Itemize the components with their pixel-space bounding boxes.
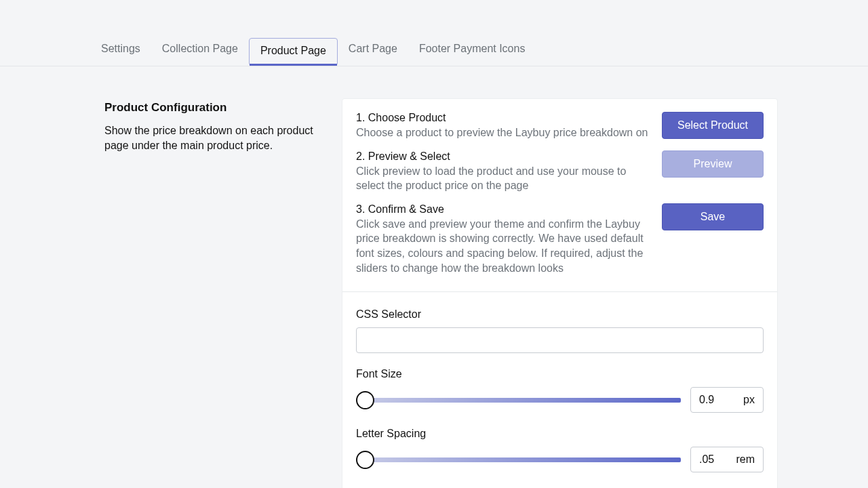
slider-thumb[interactable] (356, 391, 374, 409)
tabs-bar: Settings Collection Page Product Page Ca… (0, 0, 868, 66)
save-button[interactable]: Save (662, 203, 764, 230)
letter-spacing-unit: rem (736, 453, 755, 466)
font-size-label: Font Size (356, 368, 764, 380)
step-preview-select: 2. Preview & Select Click preview to loa… (356, 150, 764, 193)
step-description: Click save and preview your theme and co… (356, 217, 654, 275)
letter-spacing-value: .05 (699, 453, 714, 466)
tab-collection-page[interactable]: Collection Page (151, 37, 249, 66)
step-choose-product: 1. Choose Product Choose a product to pr… (356, 112, 764, 140)
step-title: 2. Preview & Select (356, 150, 654, 163)
step-title: 3. Confirm & Save (356, 203, 654, 216)
step-description: Choose a product to preview the Laybuy p… (356, 125, 654, 140)
step-description: Click preview to load the product and us… (356, 164, 654, 193)
font-size-value-box[interactable]: 0.9 px (690, 387, 764, 413)
letter-spacing-label: Letter Spacing (356, 428, 764, 440)
step-title: 1. Choose Product (356, 112, 654, 124)
css-selector-input[interactable] (356, 327, 764, 353)
tab-footer-payment-icons[interactable]: Footer Payment Icons (408, 37, 536, 66)
section-title: Product Configuration (104, 101, 328, 115)
slider-thumb[interactable] (356, 451, 374, 469)
section-description: Show the price breakdown on each product… (104, 123, 328, 152)
tab-product-page[interactable]: Product Page (249, 38, 338, 66)
select-product-button[interactable]: Select Product (662, 112, 764, 139)
font-size-value: 0.9 (699, 394, 714, 406)
font-size-slider[interactable] (356, 394, 681, 405)
css-selector-label: CSS Selector (356, 308, 764, 321)
right-column: 1. Choose Product Choose a product to pr… (342, 98, 778, 488)
font-size-unit: px (743, 394, 755, 406)
letter-spacing-slider[interactable] (356, 454, 681, 465)
preview-button[interactable]: Preview (662, 150, 764, 178)
left-column: Product Configuration Show the price bre… (104, 98, 328, 488)
letter-spacing-value-box[interactable]: .05 rem (690, 447, 764, 472)
tab-cart-page[interactable]: Cart Page (338, 37, 408, 66)
step-confirm-save: 3. Confirm & Save Click save and preview… (356, 203, 764, 275)
tab-settings[interactable]: Settings (90, 37, 151, 66)
